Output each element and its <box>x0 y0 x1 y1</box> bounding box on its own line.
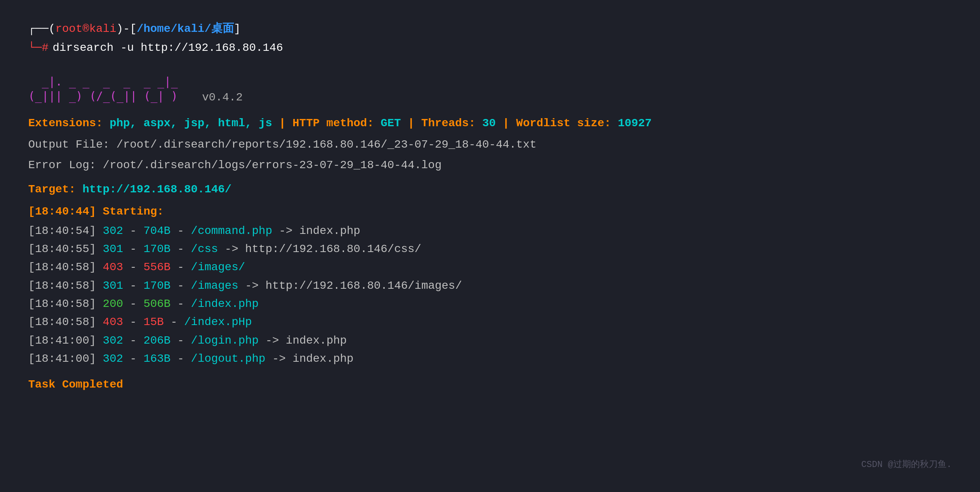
result-size: 556B <box>144 261 171 273</box>
watermark: CSDN @过期的秋刀鱼. <box>861 458 952 472</box>
sep3: | Wordlist size: <box>496 117 617 129</box>
result-timestamp: [18:40:58] <box>28 279 96 292</box>
table-row: [18:40:58] 403 - 556B - /images/ <box>28 259 952 276</box>
starting-text: [18:40:44] Starting: <box>28 205 164 218</box>
result-path: /images/ <box>191 261 245 273</box>
result-timestamp: [18:41:00] <box>28 352 96 365</box>
result-size: 506B <box>144 298 171 310</box>
result-path: /login.php <box>191 334 259 347</box>
result-status: 403 <box>103 316 123 328</box>
result-redirect: http://192.168.80.146/css/ <box>245 243 421 255</box>
table-row: [18:40:58] 200 - 506B - /index.php <box>28 295 952 313</box>
target-line: Target: http://192.168.80.146/ <box>28 181 952 198</box>
result-redirect: index.php <box>286 334 347 347</box>
wordlist-size: 10927 <box>618 117 652 129</box>
result-size: 163B <box>144 352 171 365</box>
result-arrow: -> <box>272 225 299 237</box>
threads-value: 30 <box>482 117 496 129</box>
bracket-right: )-[ <box>116 20 136 38</box>
result-timestamp: [18:40:55] <box>28 243 96 255</box>
bracket-left: ┌──( <box>28 20 55 38</box>
ext-values: php, aspx, jsp, html, js <box>110 117 272 129</box>
sep1: | HTTP method: <box>272 117 381 129</box>
table-row: [18:41:00] 302 - 163B - /logout.php -> i… <box>28 350 952 367</box>
result-timestamp: [18:40:58] <box>28 298 96 310</box>
table-row: [18:40:58] 301 - 170B - /images -> http:… <box>28 277 952 294</box>
ascii-art-row: _|. _ _ _ _ _ _|_ (_||| _) (/_(_|| (_| )… <box>28 67 952 108</box>
table-row: [18:40:54] 302 - 704B - /command.php -> … <box>28 222 952 240</box>
result-size: 704B <box>144 225 171 237</box>
output-file-line: Output File: /root/.dirsearch/reports/19… <box>28 136 952 153</box>
prompt-hash: └─# <box>28 39 48 56</box>
result-size: 170B <box>144 243 171 255</box>
result-redirect: index.php <box>292 352 353 365</box>
result-redirect: index.php <box>299 225 360 237</box>
result-path: /images <box>191 279 238 292</box>
prompt-line-1: ┌──(root®kali)-[/home/kali/桌面] <box>28 20 952 38</box>
result-status: 302 <box>103 334 123 347</box>
error-log-text: Error Log: /root/.dirsearch/logs/errors-… <box>28 159 442 171</box>
prompt-path: /home/kali/桌面 <box>137 20 234 38</box>
result-size: 15B <box>144 316 164 328</box>
result-path: /command.php <box>191 225 272 237</box>
http-method: GET <box>381 117 401 129</box>
result-timestamp: [18:41:00] <box>28 334 96 347</box>
result-status: 302 <box>103 225 123 237</box>
result-status: 301 <box>103 243 123 255</box>
result-arrow: -> <box>259 334 286 347</box>
ascii-art-block: _|. _ _ _ _ _ _|_ (_||| _) (/_(_|| (_| )… <box>28 67 952 108</box>
result-path: /logout.php <box>191 352 265 365</box>
result-timestamp: [18:40:54] <box>28 225 96 237</box>
result-arrow: -> <box>265 352 292 365</box>
result-status: 301 <box>103 279 123 292</box>
extensions-line: Extensions: php, aspx, jsp, html, js | H… <box>28 115 952 132</box>
target-url: http://192.168.80.146/ <box>82 183 231 196</box>
result-timestamp: [18:40:58] <box>28 261 96 273</box>
table-row: [18:40:58] 403 - 15B - /index.pHp <box>28 313 952 331</box>
result-timestamp: [18:40:58] <box>28 316 96 328</box>
results-container: [18:40:54] 302 - 704B - /command.php -> … <box>28 222 952 368</box>
result-status: 403 <box>103 261 123 273</box>
result-status: 200 <box>103 298 123 310</box>
terminal-window: ┌──(root®kali)-[/home/kali/桌面] └─# dirse… <box>16 12 964 480</box>
bracket-end: ] <box>234 20 241 38</box>
task-completed: Task Completed <box>28 376 952 393</box>
output-file-text: Output File: /root/.dirsearch/reports/19… <box>28 138 536 151</box>
result-size: 206B <box>144 334 171 347</box>
result-redirect: http://192.168.80.146/images/ <box>265 279 462 292</box>
table-row: [18:41:00] 302 - 206B - /login.php -> in… <box>28 332 952 349</box>
result-path: /css <box>191 243 218 255</box>
result-status: 302 <box>103 352 123 365</box>
prompt-user: root®kali <box>55 20 116 38</box>
table-row: [18:40:55] 301 - 170B - /css -> http://1… <box>28 240 952 258</box>
starting-line: [18:40:44] Starting: <box>28 203 952 220</box>
version-text: v0.4.2 <box>202 89 243 106</box>
sep2: | Threads: <box>401 117 482 129</box>
result-path: /index.pHp <box>184 316 252 328</box>
result-arrow: -> <box>238 279 265 292</box>
prompt-line-2: └─# dirsearch -u http://192.168.80.146 <box>28 39 952 56</box>
error-log-line: Error Log: /root/.dirsearch/logs/errors-… <box>28 156 952 174</box>
ext-label: Extensions: <box>28 117 110 129</box>
result-size: 170B <box>144 279 171 292</box>
result-path: /index.php <box>191 298 259 310</box>
result-arrow: -> <box>218 243 245 255</box>
target-label: Target: <box>28 183 76 196</box>
ascii-art-main: _|. _ _ _ _ _ _|_ (_||| _) (/_(_|| (_| ) <box>28 75 178 104</box>
prompt-command: dirsearch -u http://192.168.80.146 <box>52 39 283 56</box>
